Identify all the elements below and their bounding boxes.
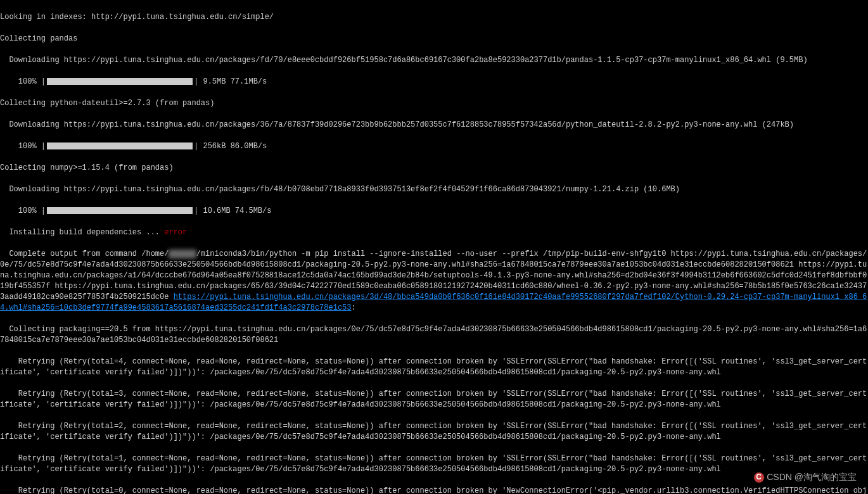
progress-bar-icon: [47, 207, 193, 214]
watermark-brand: CSDN: [767, 472, 795, 482]
output-line: Collecting python-dateutil>=2.7.3 (from …: [0, 98, 868, 109]
output-line: Looking in indexes: http://pypi.tuna.tsi…: [0, 12, 868, 23]
csdn-logo-icon: [754, 472, 764, 483]
output-line: Downloading https://pypi.tuna.tsinghua.e…: [0, 120, 868, 130]
watermark-text: @淘气淘的宝宝: [795, 472, 857, 482]
output-line: Retrying (Retry(total=1, connect=None, r…: [0, 453, 868, 475]
terminal-output[interactable]: Looking in indexes: http://pypi.tuna.tsi…: [0, 0, 868, 494]
output-line: Downloading https://pypi.tuna.tsinghua.e…: [0, 55, 868, 66]
output-line: Downloading https://pypi.tuna.tsinghua.e…: [0, 184, 868, 195]
output-line: Retrying (Retry(total=3, connect=None, r…: [0, 389, 868, 410]
output-line: Collecting numpy>=1.15.4 (from pandas): [0, 163, 868, 174]
progress-line: 100% || 256kB 86.0MB/s: [0, 141, 868, 152]
output-line: Retrying (Retry(total=0, connect=None, r…: [0, 486, 868, 494]
progress-bar-icon: [47, 78, 193, 85]
output-line: Retrying (Retry(total=4, connect=None, r…: [0, 357, 868, 378]
output-line: Complete output from command /home/xxxxx…: [0, 249, 868, 314]
progress-line: 100% || 10.6MB 74.5MB/s: [0, 206, 868, 217]
output-line: Collecting packaging==20.5 from https://…: [0, 324, 868, 346]
error-text: error: [164, 228, 187, 237]
output-line: Collecting pandas: [0, 34, 868, 44]
redacted-text: xxxxxx: [169, 250, 196, 258]
output-line: Retrying (Retry(total=2, connect=None, r…: [0, 421, 868, 443]
progress-bar-icon: [47, 142, 193, 149]
output-line: Installing build dependencies ... error: [0, 227, 868, 238]
watermark: CSDN @淘气淘的宝宝: [754, 472, 857, 483]
progress-line: 100% || 9.5MB 77.1MB/s: [0, 77, 868, 87]
